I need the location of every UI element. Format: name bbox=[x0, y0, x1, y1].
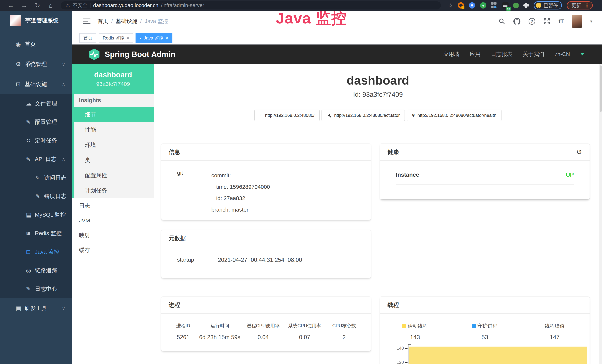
profile-paused-chip[interactable]: 已暂停 bbox=[534, 1, 562, 10]
val-process-cpu: 0.04 bbox=[243, 334, 283, 341]
health-card: 健康 ↺ Instance UP bbox=[380, 144, 590, 199]
breadcrumb-separator: / bbox=[111, 18, 113, 24]
metadata-value: 2021-04-27T00:44:31.254+08:00 bbox=[218, 257, 302, 263]
app-logo-row[interactable]: 芋道管理系统 bbox=[0, 11, 72, 30]
breadcrumb-home[interactable]: 首页 bbox=[97, 18, 108, 25]
extensions-puzzle-icon[interactable] bbox=[523, 3, 529, 8]
sba-nav-applications[interactable]: 应用 bbox=[470, 51, 481, 58]
font-size-icon[interactable]: tT bbox=[559, 18, 564, 24]
extension-switch-icon[interactable]: on bbox=[502, 2, 509, 9]
bookmark-star-icon[interactable]: ☆ bbox=[448, 2, 453, 9]
home-icon: ⌂ bbox=[259, 113, 263, 118]
val-cpu-cores: 2 bbox=[326, 334, 363, 341]
instance-title: dashboard bbox=[154, 73, 602, 87]
process-card: 进程 进程ID 运行时间 进程CPU使用率 系统CPU使用率 CPU核心数 52… bbox=[161, 297, 371, 351]
metadata-startup-row: startup 2021-04-27T00:44:31.254+08:00 bbox=[161, 247, 371, 263]
sba-menu-configprops[interactable]: 配置属性 bbox=[74, 168, 154, 183]
url-host[interactable]: dashboard.yudao.iocoder.cn bbox=[93, 2, 158, 8]
extension-orange-icon[interactable] bbox=[458, 2, 464, 9]
sba-nav-about[interactable]: 关于我们 bbox=[523, 51, 544, 58]
sba-brand-title[interactable]: Spring Boot Admin bbox=[105, 50, 175, 59]
close-icon[interactable]: × bbox=[166, 36, 168, 40]
kebab-menu-icon[interactable]: ⋮ bbox=[584, 2, 590, 9]
sidebar-item-file-manage[interactable]: ☁ 文件管理 bbox=[0, 94, 72, 113]
extension-y-icon[interactable]: y bbox=[480, 2, 486, 9]
sidebar-item-mysql-monitor[interactable]: ▤ MySQL 监控 bbox=[0, 205, 72, 224]
sidebar-item-redis-monitor[interactable]: ≋ Redis 监控 bbox=[0, 224, 72, 243]
sba-menu-jvm[interactable]: JVM bbox=[72, 213, 154, 228]
sba-language-select[interactable]: zh-CN bbox=[555, 51, 570, 57]
sidebar-item-config-manage[interactable]: ✎ 配置管理 bbox=[0, 113, 72, 131]
cloud-upload-icon: ☁ bbox=[26, 100, 35, 107]
legend-daemon-threads: 守护进程 bbox=[450, 323, 520, 329]
sidebar-item-label: API 日志 bbox=[35, 155, 56, 163]
metadata-card: 元数据 startup 2021-04-27T00:44:31.254+08:0… bbox=[161, 230, 371, 278]
sidebar-item-scheduled-job[interactable]: ↻ 定时任务 bbox=[0, 131, 72, 150]
sidebar-toggle-icon[interactable] bbox=[83, 19, 90, 24]
health-url-button[interactable]: ♥ http://192.168.0.2:48080/actuator/heal… bbox=[407, 110, 502, 121]
sba-menu-environment[interactable]: 环境 bbox=[74, 137, 154, 153]
tab-java-monitor[interactable]: ● Java 监控 × bbox=[136, 33, 172, 43]
browser-forward-icon[interactable]: → bbox=[18, 2, 30, 9]
sidebar-item-dev-tools[interactable]: ▣ 研发工具 ∨ bbox=[0, 298, 72, 318]
sidebar-item-infra[interactable]: ⊡ 基础设施 ∧ bbox=[0, 74, 72, 94]
not-secure-label[interactable]: 不安全 bbox=[73, 2, 87, 9]
browser-update-button[interactable]: 更新 ⋮ bbox=[567, 1, 593, 10]
history-icon[interactable]: ↺ bbox=[576, 148, 582, 156]
sba-menu-caches[interactable]: 缓存 bbox=[72, 243, 154, 257]
health-instance-row: Instance UP bbox=[380, 161, 590, 178]
sidebar-item-home[interactable]: ◉ 首页 bbox=[0, 34, 72, 54]
sba-nav-journal[interactable]: 日志报表 bbox=[491, 51, 512, 58]
user-avatar[interactable] bbox=[572, 15, 582, 28]
sidebar-item-java-monitor[interactable]: ⊡ Java 监控 bbox=[0, 243, 72, 261]
tab-redis-monitor[interactable]: Redis 监控 × bbox=[99, 33, 133, 43]
toolbox-icon: ▣ bbox=[16, 305, 25, 312]
avatar-caret-icon[interactable]: ▾ bbox=[590, 19, 592, 24]
sba-menu-logfile[interactable]: 日志 bbox=[72, 198, 154, 213]
sba-nav-wall[interactable]: 应用墙 bbox=[443, 51, 459, 58]
browser-reload-icon[interactable]: ↻ bbox=[32, 2, 43, 9]
peak-threads-value: 147 bbox=[520, 334, 590, 341]
sba-menu-metrics[interactable]: 性能 bbox=[74, 122, 154, 137]
app-logo-avatar bbox=[10, 15, 21, 26]
col-system-cpu: 系统CPU使用率 bbox=[283, 323, 326, 329]
service-url-button[interactable]: ⌂ http://192.168.0.2:48080/ bbox=[254, 110, 320, 121]
sidebar-item-access-log[interactable]: ✎ 访问日志 bbox=[0, 168, 72, 187]
sidebar-item-api-log[interactable]: ✎ API 日志 ∧ bbox=[0, 150, 72, 168]
browser-home-icon[interactable]: ⌂ bbox=[45, 2, 57, 9]
sba-menu-mappings[interactable]: 映射 bbox=[72, 228, 154, 243]
sidebar-item-trace[interactable]: ◎ 链路追踪 bbox=[0, 261, 72, 280]
sba-menu-scheduled-tasks[interactable]: 计划任务 bbox=[74, 183, 154, 198]
url-path[interactable]: /infra/admin-server bbox=[161, 2, 204, 8]
extension-grid-icon[interactable] bbox=[491, 2, 497, 9]
col-uptime: 运行时间 bbox=[197, 323, 243, 329]
gear-icon: ⚙ bbox=[16, 61, 25, 68]
help-icon[interactable]: ? bbox=[528, 18, 535, 25]
close-icon[interactable]: × bbox=[127, 36, 129, 40]
browser-back-icon[interactable]: ← bbox=[5, 2, 17, 9]
sidebar-item-system[interactable]: ⚙ 系统管理 ∨ bbox=[0, 54, 72, 74]
sba-menu-details[interactable]: 细节 bbox=[74, 107, 154, 122]
extension-leaf-icon[interactable] bbox=[513, 3, 519, 8]
content-scrollbar[interactable] bbox=[599, 64, 602, 364]
yellow-swatch-icon bbox=[402, 324, 406, 328]
git-time-line: time: 1596289704000 bbox=[211, 181, 270, 193]
sidebar-item-error-log[interactable]: ✎ 错误日志 bbox=[0, 187, 72, 205]
fullscreen-icon[interactable] bbox=[543, 18, 550, 25]
instance-name: dashboard bbox=[72, 71, 154, 79]
extension-pin-icon[interactable] bbox=[469, 2, 475, 9]
search-icon[interactable] bbox=[499, 18, 505, 25]
breadcrumb-infra[interactable]: 基础设施 bbox=[116, 18, 137, 25]
extension-badge bbox=[462, 6, 464, 9]
scrollbar-thumb[interactable] bbox=[600, 65, 602, 112]
sba-menu-classes[interactable]: 类 bbox=[74, 153, 154, 168]
spring-boot-admin: Spring Boot Admin 应用墙 应用 日志报表 关于我们 zh-CN bbox=[72, 44, 602, 364]
actuator-url-button[interactable]: http://192.168.0.2:48080/actuator bbox=[322, 110, 405, 121]
sidebar-item-log-center[interactable]: ✎ 日志中心 bbox=[0, 280, 72, 298]
sba-nav: 应用墙 应用 日志报表 关于我们 zh-CN bbox=[443, 51, 584, 58]
tab-home[interactable]: 首页 bbox=[79, 33, 97, 43]
service-url-label: http://192.168.0.2:48080/ bbox=[265, 113, 315, 118]
address-bar[interactable]: ⚠ 不安全 dashboard.yudao.iocoder.cn/infra/a… bbox=[61, 1, 441, 10]
process-table-header: 进程ID 运行时间 进程CPU使用率 系统CPU使用率 CPU核心数 bbox=[161, 314, 371, 329]
github-icon[interactable] bbox=[513, 18, 520, 25]
